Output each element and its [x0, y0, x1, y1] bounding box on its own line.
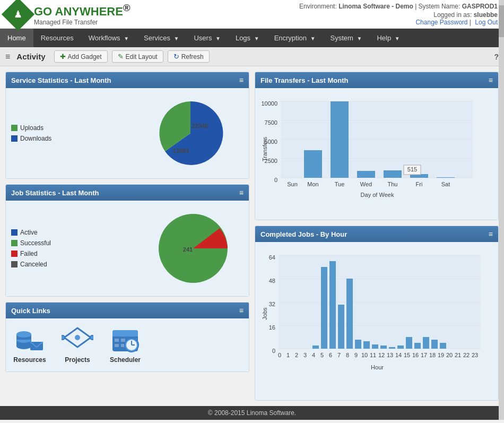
- quick-links-panel: Quick Links ≡: [5, 302, 249, 372]
- svg-text:3: 3: [303, 352, 307, 358]
- plus-icon: ✚: [60, 53, 66, 61]
- svg-text:22: 22: [463, 352, 470, 358]
- svg-text:2: 2: [295, 352, 298, 358]
- nav-logs[interactable]: Logs ▼: [228, 29, 267, 47]
- top-right: Environment: Linoma Software - Demo | Sy…: [299, 3, 498, 26]
- svg-text:1: 1: [286, 352, 290, 358]
- svg-text:9: 9: [354, 352, 358, 358]
- completed-jobs-panel: Completed Jobs - By Hour ≡ 64 48 32 16 0…: [255, 226, 499, 401]
- svg-rect-68: [321, 267, 327, 349]
- svg-rect-69: [329, 261, 336, 349]
- svg-point-8: [75, 335, 80, 340]
- logged-line: Logged in as: sluebbe: [299, 11, 498, 19]
- canceled-legend: Canceled: [11, 261, 51, 268]
- service-pie-chart: 22348 13583: [137, 93, 244, 173]
- top-bar: ♟ GO ANYWHERE® Managed File Transfer Env…: [0, 0, 504, 29]
- svg-text:19: 19: [438, 352, 444, 358]
- service-stats-body: Uploads Downloads 2234: [6, 88, 249, 178]
- nav-services[interactable]: Services ▼: [136, 29, 186, 47]
- service-stats-header: Service Statistics - Last Month ≡: [6, 72, 249, 88]
- quick-links-header: Quick Links ≡: [6, 303, 249, 318]
- logo-go: GO: [34, 5, 52, 18]
- logo-area: ♟ GO ANYWHERE® Managed File Transfer: [6, 2, 130, 26]
- link-separator: |: [470, 19, 473, 26]
- scrollbar-track[interactable]: [499, 0, 504, 420]
- downloads-color-dot: [11, 135, 18, 142]
- svg-text:515: 515: [407, 166, 417, 172]
- refresh-button[interactable]: ↻ Refresh: [168, 50, 210, 63]
- add-gadget-button[interactable]: ✚ Add Gadget: [54, 50, 108, 63]
- svg-text:6: 6: [329, 352, 332, 358]
- job-center-value: 241: [183, 246, 193, 253]
- service-stats-panel: Service Statistics - Last Month ≡ Upload…: [5, 72, 249, 179]
- logo-icon: ♟: [14, 8, 22, 20]
- logout-link[interactable]: Log Out: [475, 19, 498, 26]
- top-links: Change Password | Log Out: [299, 19, 498, 26]
- nav-resources[interactable]: Resources: [33, 29, 81, 47]
- nav-system[interactable]: System ▼: [323, 29, 370, 47]
- nav-home[interactable]: Home: [0, 29, 33, 47]
- main-content: Service Statistics - Last Month ≡ Upload…: [0, 66, 504, 406]
- job-stats-menu-icon[interactable]: ≡: [239, 188, 244, 197]
- svg-rect-16: [115, 339, 119, 342]
- svg-rect-40: [331, 101, 349, 178]
- successful-color-dot: [11, 240, 18, 246]
- quick-links-body: Resources: [6, 318, 249, 372]
- svg-rect-20: [115, 344, 119, 347]
- pencil-icon: ✎: [118, 53, 124, 61]
- change-password-link[interactable]: Change Password: [415, 19, 467, 26]
- quick-link-scheduler[interactable]: Scheduler: [107, 326, 144, 364]
- nav-users[interactable]: Users ▼: [186, 29, 228, 47]
- svg-rect-78: [406, 337, 412, 349]
- svg-text:12: 12: [378, 352, 385, 358]
- svg-text:7500: 7500: [265, 119, 277, 126]
- svg-rect-15: [112, 333, 138, 336]
- quick-link-projects[interactable]: Projects: [59, 326, 96, 364]
- resources-icon: [14, 326, 46, 353]
- svg-rect-71: [346, 279, 353, 349]
- job-stats-panel: Job Statistics - Last Month ≡ Active Suc…: [5, 184, 249, 297]
- svg-text:16: 16: [412, 352, 419, 358]
- service-stats-menu-icon[interactable]: ≡: [239, 76, 244, 84]
- svg-rect-76: [389, 347, 395, 349]
- svg-text:21: 21: [455, 352, 461, 358]
- file-transfers-menu-icon[interactable]: ≡: [489, 76, 493, 84]
- logo-subtitle: Managed File Transfer: [34, 19, 130, 26]
- help-button[interactable]: ?: [494, 53, 499, 61]
- svg-point-5: [16, 331, 31, 338]
- svg-rect-72: [355, 340, 361, 349]
- svg-rect-70: [338, 305, 344, 349]
- svg-text:64: 64: [269, 254, 275, 261]
- footer: © 2008-2015 Linoma Software.: [0, 406, 504, 420]
- svg-text:Transfers: Transfers: [262, 137, 268, 162]
- svg-text:13: 13: [387, 352, 393, 358]
- job-pie-chart: 241: [137, 206, 244, 291]
- svg-rect-67: [312, 346, 319, 349]
- svg-text:Mon: Mon: [307, 181, 318, 187]
- nav-workflows[interactable]: Workflows ▼: [81, 29, 136, 47]
- quick-link-resources[interactable]: Resources: [11, 326, 48, 364]
- file-transfers-panel: File Transfers - Last Month ≡ 10000 7500…: [255, 72, 499, 220]
- env-name: Linoma Software - Demo: [338, 3, 413, 10]
- completed-jobs-svg: 64 48 32 16 0 Jobs: [260, 245, 483, 393]
- svg-text:0: 0: [278, 352, 281, 358]
- job-stats-legend: Active Successful Failed Canceled: [11, 229, 51, 268]
- completed-jobs-menu-icon[interactable]: ≡: [489, 230, 493, 238]
- scrollbar-thumb[interactable]: [499, 5, 504, 37]
- active-color-dot: [11, 229, 18, 236]
- hamburger-icon[interactable]: ≡: [5, 52, 10, 62]
- nav-help[interactable]: Help ▼: [369, 29, 407, 47]
- system-name: GASPROD1: [462, 3, 498, 10]
- edit-layout-button[interactable]: ✎ Edit Layout: [112, 50, 163, 63]
- svg-text:Jobs: Jobs: [262, 307, 268, 320]
- completed-jobs-header: Completed Jobs - By Hour ≡: [255, 226, 498, 242]
- edit-layout-label: Edit Layout: [126, 53, 158, 61]
- quick-links-menu-icon[interactable]: ≡: [239, 306, 244, 315]
- svg-text:23: 23: [472, 352, 478, 358]
- nav-encryption[interactable]: Encryption ▼: [267, 29, 323, 47]
- logo-text: GO ANYWHERE® Managed File Transfer: [34, 2, 130, 26]
- canceled-color-dot: [11, 261, 18, 267]
- file-transfers-title: File Transfers - Last Month: [260, 76, 348, 84]
- svg-text:0: 0: [274, 177, 277, 183]
- svg-text:8: 8: [346, 352, 349, 358]
